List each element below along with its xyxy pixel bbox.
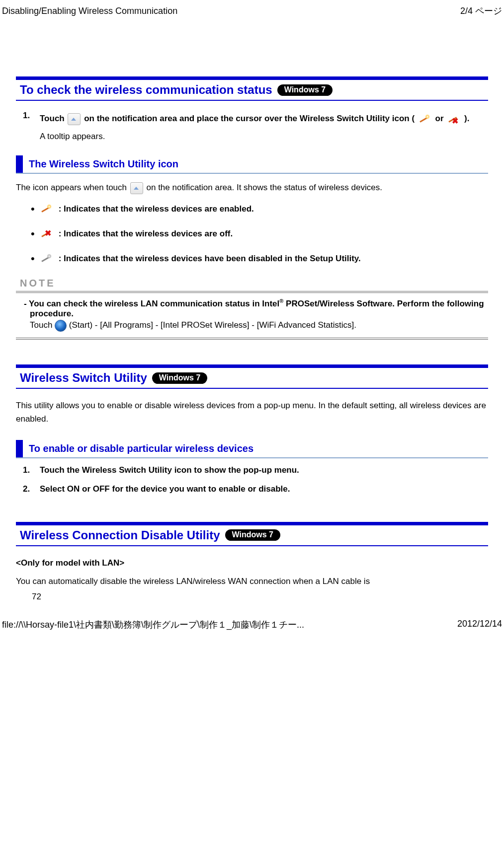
step-body: Touch the Wireless Switch Utility icon t…	[40, 465, 488, 475]
list-item: • : Indicates that the wireless devices …	[31, 203, 488, 215]
steps-list: 1. Touch the Wireless Switch Utility ico…	[23, 465, 488, 494]
step-number: 2.	[23, 484, 33, 494]
subsection-title: The Wireless Switch Utility icon	[29, 155, 178, 173]
step-number: 1.	[23, 111, 33, 121]
start-orb-icon	[55, 320, 67, 332]
text-fragment: ).	[464, 114, 469, 123]
wireless-disabled-icon	[40, 253, 54, 265]
os-badge: Windows 7	[152, 372, 207, 384]
wireless-on-icon	[40, 203, 54, 215]
list-item: • : Indicates that the wireless devices …	[31, 253, 488, 265]
wireless-off-icon	[447, 113, 461, 125]
paragraph: The icon appears when touch on the notif…	[16, 181, 488, 194]
section-check-status-heading: To check the wireless communication stat…	[16, 76, 488, 101]
doc-title: Disabling/Enabling Wireless Communicatio…	[2, 6, 177, 16]
step-body: Select ON or OFF for the device you want…	[40, 484, 488, 494]
section-title: To check the wireless communication stat…	[20, 83, 272, 97]
section-title: Wireless Switch Utility	[20, 371, 147, 385]
os-badge: Windows 7	[277, 84, 333, 96]
subsection-enable-disable-heading: To enable or disable particular wireless…	[16, 440, 488, 458]
list-item: • : Indicates that the wireless devices …	[31, 228, 488, 240]
note-procedure: Touch (Start) - [All Programs] - [Intel …	[19, 320, 485, 332]
wireless-off-icon	[40, 228, 54, 240]
text-fragment: on the notification area and place the c…	[84, 114, 417, 123]
list-item: 2. Select ON or OFF for the device you w…	[23, 484, 488, 494]
model-note: <Only for model with LAN>	[16, 556, 488, 570]
steps-list: 1. Touch on the notification area and pl…	[23, 111, 488, 127]
subsection-title: To enable or disable particular wireless…	[29, 440, 253, 457]
file-path: file://\\Horsay-file1\社内書類\勤務簿\制作グループ\制作…	[2, 619, 304, 631]
page-header: Disabling/Enabling Wireless Communicatio…	[0, 0, 504, 17]
heading-bar	[16, 155, 23, 173]
footer-date: 2012/12/14	[457, 619, 502, 631]
note-box: - You can check the wireless LAN communi…	[16, 291, 488, 340]
page-indicator: 2/4 ページ	[460, 5, 502, 17]
paragraph: This utility allows you to enable or dis…	[16, 399, 488, 426]
text-fragment: Touch	[30, 321, 55, 330]
note-line: - You can check the wireless LAN communi…	[19, 298, 485, 319]
step-number: 1.	[23, 465, 33, 475]
step-body: Touch on the notification area and place…	[40, 111, 488, 127]
step-sub-text: A tooltip appears.	[40, 132, 488, 142]
section-disable-utility-heading: Wireless Connection Disable Utility Wind…	[16, 522, 488, 546]
list-item: 1. Touch on the notification area and pl…	[23, 111, 488, 127]
tray-arrow-icon	[68, 113, 81, 125]
tray-arrow-icon	[130, 182, 143, 194]
list-item: 1. Touch the Wireless Switch Utility ico…	[23, 465, 488, 475]
page-number: 72	[16, 592, 488, 602]
bullet-text: : Indicates that the wireless devices ar…	[59, 204, 254, 214]
subsection-icon-heading: The Wireless Switch Utility icon	[16, 155, 488, 174]
section-switch-utility-heading: Wireless Switch Utility Windows 7	[16, 364, 488, 389]
os-badge: Windows 7	[225, 529, 280, 541]
text-fragment: The icon appears when touch	[16, 183, 129, 192]
text-fragment: (Start) - [All Programs] - [Intel PROSet…	[69, 321, 356, 330]
section-title: Wireless Connection Disable Utility	[20, 528, 220, 542]
bullet-text: : Indicates that the wireless devices ar…	[59, 229, 233, 239]
icon-bullet-list: • : Indicates that the wireless devices …	[31, 203, 488, 265]
text-fragment: - You can check the wireless LAN communi…	[24, 299, 279, 308]
page-footer: file://\\Horsay-file1\社内書類\勤務簿\制作グループ\制作…	[0, 602, 504, 636]
bullet-text: : Indicates that the wireless devices ha…	[59, 254, 361, 264]
wireless-on-icon	[418, 113, 432, 125]
heading-bar	[16, 440, 23, 457]
paragraph: You can automatically disable the wirele…	[16, 575, 488, 588]
text-fragment: or	[435, 114, 446, 123]
text-fragment: Touch	[40, 114, 67, 123]
text-fragment: on the notification area. It shows the s…	[147, 183, 382, 192]
note-label: NOTE	[16, 278, 488, 289]
